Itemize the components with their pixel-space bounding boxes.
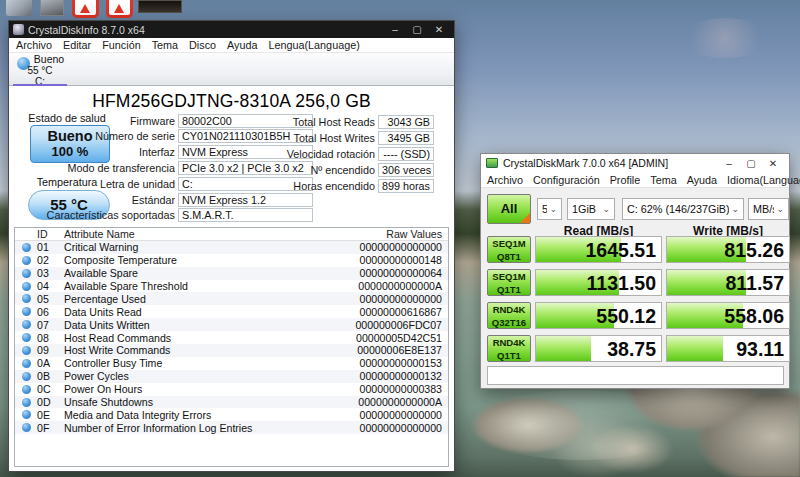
smart-table-body: 01Critical Warning0000000000000002Compos… [15,241,448,434]
table-row: 05Percentage Used00000000000000 [15,292,448,305]
write-result-value: 558.06 [666,303,784,329]
status-cell [15,385,37,394]
table-row: 07Data Units Written000000006FDC07 [15,318,448,331]
desktop-icon-window-sliver[interactable] [138,0,182,13]
wallpaper-water-shimmer [470,390,690,460]
info-field-label: Número de serie [38,130,175,142]
test-button-rnd4k-q1t1[interactable]: RND4KQ1T1 [487,335,531,362]
test-queue: Q8T1 [488,251,530,264]
cdi-titlebar[interactable]: CrystalDiskInfo 8.7.0 x64 – ▢ ✕ [9,21,454,38]
info-field-row: Características soportadasS.M.A.R.T. [38,208,313,223]
blue-status-dot-icon [22,372,31,381]
test-size-dropdown[interactable]: 1GiB ⌄ [567,198,615,220]
name-column-header: Attribute Name [64,228,318,240]
attribute-name-cell: Available Spare Threshold [64,280,318,292]
info-field-label: Interfaz [38,146,175,158]
read-result-cell: 1645.51 [535,236,662,263]
id-cell: 07 [37,319,64,331]
write-result-cell: 811.57 [666,269,790,296]
run-all-button[interactable]: All [487,194,531,224]
menu-item-archivo[interactable]: Archivo [16,39,52,51]
benchmark-row: RND4KQ32T16550.12558.06 [481,302,791,329]
status-cell [15,423,37,432]
id-cell: 01 [37,241,64,253]
minimize-button[interactable]: – [384,24,406,35]
table-row: 02Composite Temperature00000000000148 [15,254,448,267]
desktop-icon-photo[interactable] [40,0,64,16]
info-field-label: Estándar [38,194,175,206]
status-cell [15,410,37,419]
cdm-titlebar[interactable]: CrystalDiskMark 7.0.0 x64 [ADMIN] – ▢ ✕ [481,154,789,172]
raw-value-cell: 00000000000000 [318,241,448,253]
cdm-menubar: ArchivoConfiguraciónProfileTemaAyudaIdio… [481,172,789,188]
menu-item-configuraci-n[interactable]: Configuración [533,174,600,186]
stat-field-value: 899 horas [378,179,434,193]
write-result-value: 815.26 [666,237,784,263]
stat-field-label: Total Host Writes [257,132,375,144]
stat-field-row: Nº encendido306 veces [257,162,434,177]
minimize-button[interactable]: – [718,158,740,169]
blue-status-dot-icon [22,320,31,329]
test-button-seq1m-q8t1[interactable]: SEQ1MQ8T1 [487,236,531,263]
benchmark-row: SEQ1MQ1T11131.50811.57 [481,269,791,296]
table-row: 08Host Read Commands00000005D42C51 [15,331,448,344]
attribute-name-cell: Media and Data Integrity Errors [64,409,318,421]
status-cell [15,320,37,329]
menu-item-profile[interactable]: Profile [610,174,641,186]
unit-value: MB/s [753,203,774,215]
crystaldiskmark-window: CrystalDiskMark 7.0.0 x64 [ADMIN] – ▢ ✕ … [480,153,790,389]
chevron-down-icon: ⌄ [776,204,784,214]
blue-status-dot-icon [22,398,31,407]
test-name: RND4K [488,304,530,317]
attribute-name-cell: Available Spare [64,267,318,279]
blue-status-dot-icon [22,346,31,355]
unit-dropdown[interactable]: MB/s ⌄ [748,198,789,220]
close-button[interactable]: ✕ [428,24,450,35]
chevron-down-icon: ⌄ [602,204,610,214]
table-row: 0EMedia and Data Integrity Errors0000000… [15,408,448,421]
target-drive-dropdown[interactable]: C: 62% (146/237GiB) ⌄ [622,198,744,220]
wallpaper-cloud [680,18,770,58]
table-row: 0DUnsafe Shutdowns0000000000000A [15,396,448,409]
test-queue: Q32T16 [488,317,530,330]
stat-field-value: ---- (SSD) [378,147,434,161]
attribute-name-cell: Composite Temperature [64,254,318,266]
menu-item-funci-n[interactable]: Función [102,39,140,51]
status-cell [15,294,37,303]
menu-item-tema[interactable]: Tema [650,174,676,186]
raw-value-cell: 00000000000000 [318,293,448,305]
status-cell [15,307,37,316]
maximize-button[interactable]: ▢ [406,24,428,35]
test-button-rnd4k-q32t16[interactable]: RND4KQ32T16 [487,302,531,329]
raw-value-cell: 00000000000153 [318,357,448,369]
test-count-value: 5 [542,203,547,215]
menu-item-tema[interactable]: Tema [152,39,178,51]
test-button-seq1m-q1t1[interactable]: SEQ1MQ1T1 [487,269,531,296]
write-result-value: 93.11 [666,336,784,362]
desktop-icon-box[interactable] [6,0,32,16]
info-field-label: Letra de unidad [38,178,175,190]
benchmark-row: RND4KQ1T138.7593.11 [481,335,791,362]
table-row: 06Data Units Read00000000616867 [15,305,448,318]
attribute-name-cell: Number of Error Information Log Entries [64,422,318,434]
menu-item-lengua-language-[interactable]: Lengua(Language) [268,39,359,51]
close-button[interactable]: ✕ [762,158,784,169]
desktop-icon-pdf[interactable] [72,0,99,18]
menu-item-disco[interactable]: Disco [189,39,216,51]
table-row: 03Available Spare00000000000064 [15,267,448,280]
menu-item-archivo[interactable]: Archivo [487,174,523,186]
menu-item-ayuda[interactable]: Ayuda [687,174,717,186]
id-cell: 02 [37,254,64,266]
id-cell: 0A [37,357,64,369]
read-result-cell: 550.12 [535,302,662,329]
maximize-button[interactable]: ▢ [740,158,762,169]
menu-item-editar[interactable]: Editar [63,39,91,51]
raw-value-cell: 00000000000064 [318,267,448,279]
menu-item-ayuda[interactable]: Ayuda [227,39,257,51]
status-cell [15,346,37,355]
desktop-icon-pdf[interactable] [106,0,133,18]
menu-item-idioma-language-[interactable]: Idioma(Language) [727,174,800,186]
test-count-dropdown[interactable]: 5 ⌄ [537,198,562,220]
table-row: 0AController Busy Time00000000000153 [15,357,448,370]
drive-tab-c[interactable]: Bueno 55 °C C: [13,53,67,86]
